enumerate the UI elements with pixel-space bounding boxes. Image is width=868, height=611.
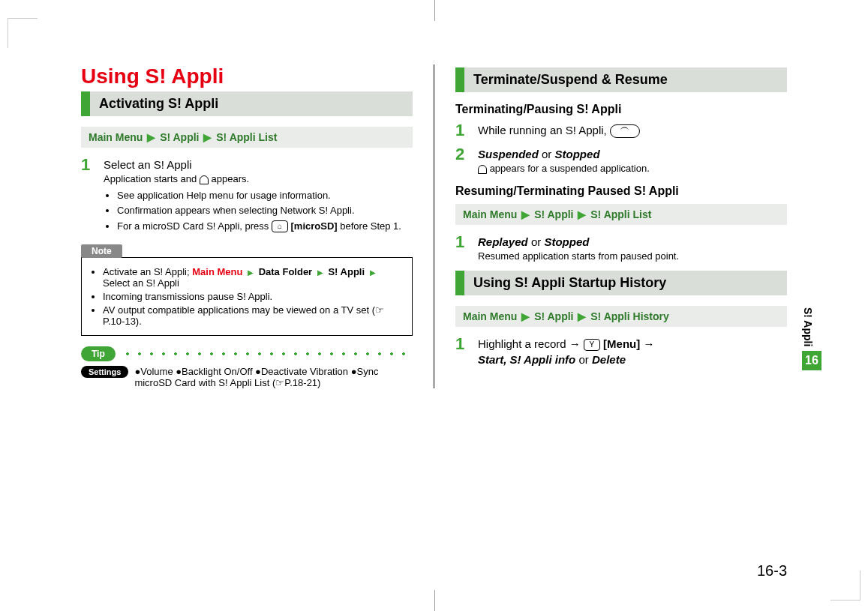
list-item: AV output compatible applications may be… [103, 304, 404, 327]
list-item: Activate an S! Appli; Main Menu Data Fol… [103, 266, 404, 289]
chevron-right-icon: ▶ [578, 208, 586, 220]
chevron-right-icon [245, 266, 256, 277]
end-key-icon: ⏜ [610, 124, 640, 138]
thumb-number: 16 [802, 351, 821, 370]
step-number: 1 [455, 122, 469, 139]
crop-mark [8, 18, 38, 48]
text: Application starts and [104, 173, 197, 184]
text: [Menu] [603, 337, 640, 350]
text: While running an S! Appli, [478, 124, 607, 136]
nav-item: S! Appli List [590, 208, 651, 220]
text: [microSD] [291, 220, 338, 232]
text: or [542, 148, 555, 160]
nav-item: S! Appli [534, 310, 573, 322]
text: appears. [212, 173, 250, 184]
nav-item: Main Menu [463, 310, 517, 322]
text: Main Menu [192, 266, 242, 277]
text: Suspended [478, 148, 539, 160]
text: → [643, 337, 654, 350]
sub-heading: Resuming/Terminating Paused S! Appli [455, 184, 787, 198]
thumb-tab: S! Appli 16 [802, 307, 821, 370]
step-text: Select an S! Appli [104, 157, 413, 172]
chevron-right-icon: ▶ [147, 131, 155, 143]
list-item: See application Help menu for usage info… [117, 189, 413, 202]
step-number: 1 [455, 336, 469, 367]
list-item: Incoming transmissions pause S! Appli. [103, 291, 404, 302]
left-column: Using S! Appli Activating S! Appli Main … [81, 64, 413, 388]
settings-row: Settings ●Volume ●Backlight On/Off ●Deac… [81, 366, 413, 388]
text: Stopped [555, 148, 600, 160]
step-number: 1 [455, 234, 469, 263]
text: S! Appli [328, 266, 365, 277]
breadcrumb: Main Menu ▶ S! Appli ▶ S! Appli List [81, 127, 413, 148]
step-number: 1 [81, 157, 95, 236]
list-item: Confirmation appears when selecting Netw… [117, 204, 413, 217]
text: or [578, 353, 592, 366]
step-1c: 1 Highlight a record → Y [Menu] → Start,… [455, 336, 787, 367]
text: Activate an S! Appli; [103, 266, 192, 277]
nav-item: Main Menu [463, 208, 517, 220]
list-item: For a microSD Card S! Appli, press ⌂ [mi… [117, 220, 413, 233]
section-heading: Terminate/Suspend & Resume [455, 67, 787, 92]
settings-text: ●Volume ●Backlight On/Off ●Deactivate Vi… [134, 366, 413, 388]
text: Select an S! Appli [103, 277, 179, 289]
app-icon [478, 165, 487, 174]
step-2: 2 Suspended or Stopped appears for a sus… [455, 146, 787, 175]
text: For a microSD Card S! Appli, press [117, 220, 272, 232]
nav-item: Main Menu [89, 131, 143, 143]
text: Replayed [478, 235, 528, 248]
bullet-list: See application Help menu for usage info… [104, 189, 413, 233]
note-block: Note Activate an S! Appli; Main Menu Dat… [81, 244, 413, 336]
softkey-icon: Y [584, 339, 600, 351]
tip-label: Tip [81, 346, 116, 361]
nav-item: S! Appli [160, 131, 199, 143]
key-icon: ⌂ [272, 220, 288, 232]
breadcrumb: Main Menu ▶ S! Appli ▶ S! Appli List [455, 204, 787, 225]
section-heading: Using S! Appli Startup History [455, 271, 787, 295]
settings-label: Settings [81, 366, 128, 378]
note-label: Note [81, 244, 122, 258]
register-mark [434, 0, 435, 21]
column-divider [434, 64, 434, 388]
text: appears for a suspended application. [490, 163, 650, 174]
text: Start, S! Appli info [478, 353, 575, 366]
section-heading: Activating S! Appli [81, 91, 413, 116]
nav-item: S! Appli [534, 208, 573, 220]
text: Data Folder [259, 266, 313, 277]
chevron-right-icon [368, 266, 378, 277]
tip-row: Tip [81, 346, 413, 361]
step-1: 1 Select an S! Appli Application starts … [81, 157, 413, 236]
step-1b: 1 Replayed or Stopped Resumed applicatio… [455, 234, 787, 263]
app-icon [200, 175, 209, 184]
step-subtext: Resumed application starts from paused p… [478, 250, 787, 263]
text: before Step 1. [340, 220, 401, 232]
chevron-right-icon: ▶ [521, 208, 530, 220]
text: Highlight a record → [478, 337, 584, 350]
step-1: 1 While running an S! Appli, ⏜ [455, 122, 787, 139]
breadcrumb: Main Menu ▶ S! Appli ▶ S! Appli History [455, 306, 787, 327]
register-mark [434, 590, 435, 611]
nav-item: S! Appli History [590, 310, 669, 322]
thumb-label: S! Appli [802, 307, 814, 346]
text: or [531, 235, 545, 248]
sub-heading: Terminating/Pausing S! Appli [455, 103, 787, 116]
step-subtext: Application starts and appears. [104, 172, 413, 186]
dotted-rule [122, 352, 413, 355]
note-box: Activate an S! Appli; Main Menu Data Fol… [81, 257, 413, 336]
chevron-right-icon: ▶ [521, 310, 530, 322]
page-title: Using S! Appli [81, 64, 413, 88]
chevron-right-icon: ▶ [203, 131, 212, 143]
step-number: 2 [455, 146, 469, 175]
text: Delete [592, 353, 626, 366]
text: Stopped [544, 235, 589, 248]
nav-item: S! Appli List [216, 131, 277, 143]
right-column: Terminate/Suspend & Resume Terminating/P… [455, 64, 787, 388]
chevron-right-icon: ▶ [578, 310, 586, 322]
chevron-right-icon [315, 266, 326, 277]
step-subtext: appears for a suspended application. [478, 162, 787, 175]
page-number: 16-3 [757, 562, 787, 580]
crop-mark [830, 571, 860, 601]
